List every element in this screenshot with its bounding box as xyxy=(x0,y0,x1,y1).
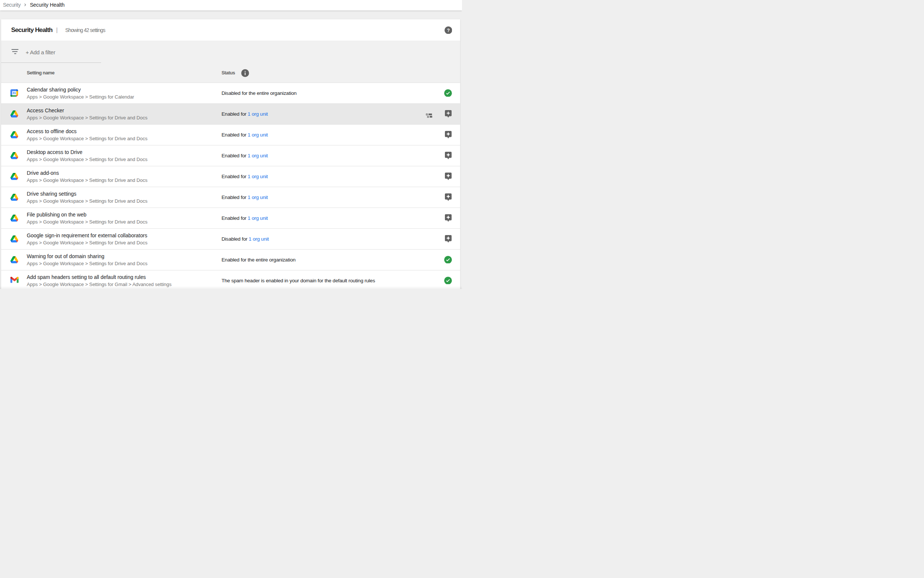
svg-text:31: 31 xyxy=(13,91,16,95)
svg-text:?: ? xyxy=(447,28,450,33)
